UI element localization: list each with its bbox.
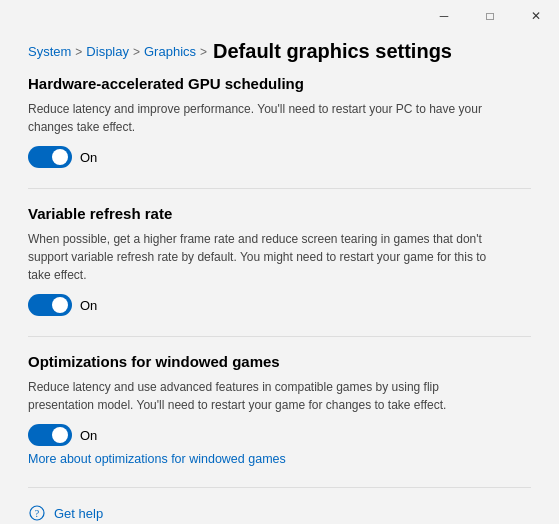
variable-refresh-title: Variable refresh rate	[28, 205, 531, 222]
help-icon: ?	[28, 504, 46, 522]
main-content: System > Display > Graphics > Default gr…	[0, 32, 559, 524]
windowed-games-section: Optimizations for windowed games Reduce …	[28, 353, 531, 467]
breadcrumb-sep-2: >	[133, 45, 140, 59]
breadcrumb: System > Display > Graphics > Default gr…	[28, 40, 531, 63]
gpu-scheduling-section: Hardware-accelerated GPU scheduling Redu…	[28, 75, 531, 168]
divider-1	[28, 188, 531, 189]
breadcrumb-sep-1: >	[75, 45, 82, 59]
windowed-games-toggle[interactable]	[28, 424, 72, 446]
divider-3	[28, 487, 531, 488]
gpu-scheduling-toggle[interactable]	[28, 146, 72, 168]
get-help-item[interactable]: ? Get help	[28, 504, 531, 522]
divider-2	[28, 336, 531, 337]
variable-refresh-desc: When possible, get a higher frame rate a…	[28, 230, 508, 284]
minimize-button[interactable]: ─	[421, 0, 467, 32]
windowed-games-toggle-label: On	[80, 428, 97, 443]
breadcrumb-display[interactable]: Display	[86, 44, 129, 59]
title-bar: ─ □ ✕	[0, 0, 559, 32]
gpu-scheduling-title: Hardware-accelerated GPU scheduling	[28, 75, 531, 92]
variable-refresh-toggle-label: On	[80, 298, 97, 313]
windowed-games-link[interactable]: More about optimizations for windowed ga…	[28, 452, 286, 466]
breadcrumb-system[interactable]: System	[28, 44, 71, 59]
close-button[interactable]: ✕	[513, 0, 559, 32]
toggle-thumb-3	[52, 427, 68, 443]
variable-refresh-section: Variable refresh rate When possible, get…	[28, 205, 531, 316]
windowed-games-toggle-row: On	[28, 424, 531, 446]
page-title: Default graphics settings	[213, 40, 452, 63]
gpu-scheduling-toggle-row: On	[28, 146, 531, 168]
breadcrumb-graphics[interactable]: Graphics	[144, 44, 196, 59]
toggle-thumb-1	[52, 149, 68, 165]
gpu-scheduling-toggle-label: On	[80, 150, 97, 165]
footer: ? Get help Give feedback	[28, 504, 531, 524]
windowed-games-desc: Reduce latency and use advanced features…	[28, 378, 508, 414]
svg-text:?: ?	[35, 508, 40, 519]
variable-refresh-toggle[interactable]	[28, 294, 72, 316]
get-help-label: Get help	[54, 506, 103, 521]
breadcrumb-sep-3: >	[200, 45, 207, 59]
gpu-scheduling-desc: Reduce latency and improve performance. …	[28, 100, 508, 136]
maximize-button[interactable]: □	[467, 0, 513, 32]
toggle-thumb-2	[52, 297, 68, 313]
variable-refresh-toggle-row: On	[28, 294, 531, 316]
windowed-games-title: Optimizations for windowed games	[28, 353, 531, 370]
